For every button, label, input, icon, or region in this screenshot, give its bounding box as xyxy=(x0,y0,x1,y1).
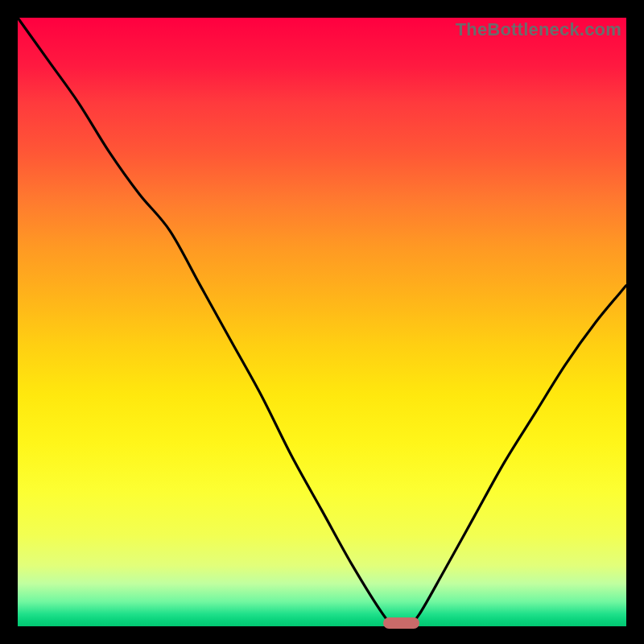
plot-area: TheBottleneck.com xyxy=(18,18,626,626)
chart-frame: TheBottleneck.com xyxy=(0,0,644,644)
optimal-marker xyxy=(383,617,419,629)
bottleneck-curve xyxy=(18,18,626,628)
curve-layer xyxy=(18,18,626,626)
